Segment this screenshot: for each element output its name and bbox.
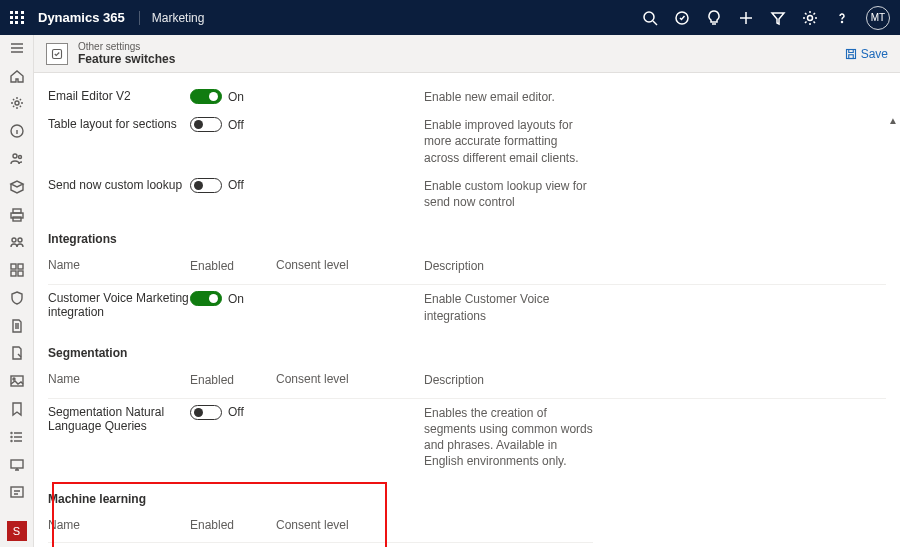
save-button[interactable]: Save — [845, 47, 888, 61]
feature-row: Smart scheduler Off (5) Profiling — [48, 543, 886, 547]
breadcrumb: Other settings — [78, 41, 175, 52]
app-launcher-icon[interactable] — [10, 11, 24, 25]
print-icon[interactable] — [8, 206, 26, 224]
svg-rect-22 — [11, 460, 23, 468]
users-icon[interactable] — [8, 233, 26, 251]
svg-rect-26 — [848, 54, 853, 58]
task-icon[interactable] — [674, 10, 690, 26]
image-icon[interactable] — [8, 372, 26, 390]
feature-desc: Enable new email editor. — [424, 89, 594, 105]
th-name: Name — [48, 518, 190, 532]
th-consent: Consent level — [276, 372, 424, 388]
toggle[interactable] — [190, 89, 222, 104]
area-label: Marketing — [139, 11, 205, 25]
svg-point-11 — [12, 238, 16, 242]
svg-point-3 — [842, 21, 843, 22]
svg-rect-16 — [18, 271, 23, 276]
document-icon[interactable] — [8, 317, 26, 335]
section-title-integrations: Integrations — [48, 216, 886, 252]
th-enabled: Enabled — [190, 372, 276, 388]
topbar: Dynamics 365 Marketing MT — [0, 0, 900, 35]
svg-point-20 — [11, 436, 12, 437]
brand-label: Dynamics 365 — [38, 10, 125, 25]
svg-point-12 — [18, 238, 22, 242]
main: Other settings Feature switches Save ▲ E… — [34, 35, 900, 547]
feature-row: Send now custom lookup Off Enable custom… — [48, 172, 886, 216]
svg-rect-23 — [11, 487, 23, 497]
th-enabled: Enabled — [190, 258, 276, 274]
sidebar: S — [0, 35, 34, 547]
section-title-segmentation: Segmentation — [48, 330, 886, 366]
lightbulb-icon[interactable] — [706, 10, 722, 26]
th-consent: Consent level — [276, 518, 424, 532]
th-enabled: Enabled — [190, 518, 276, 532]
th-desc: Description — [424, 258, 594, 274]
feature-name: Customer Voice Marketing integration — [48, 291, 190, 319]
svg-point-18 — [13, 378, 15, 380]
settings-icon[interactable] — [8, 95, 26, 113]
svg-rect-10 — [13, 217, 21, 221]
table-header: Name Enabled Consent level Description — [48, 252, 886, 284]
feature-name: Send now custom lookup — [48, 178, 190, 192]
feature-row: Customer Voice Marketing integration On … — [48, 285, 886, 329]
th-consent: Consent level — [276, 258, 424, 274]
toggle-label: Off — [228, 405, 244, 419]
feature-name: Table layout for sections — [48, 117, 190, 131]
toggle[interactable] — [190, 291, 222, 306]
toggle-label: On — [228, 90, 244, 104]
th-name: Name — [48, 258, 190, 274]
edit-doc-icon[interactable] — [8, 345, 26, 363]
text-icon[interactable] — [8, 484, 26, 502]
feature-desc: Enable custom lookup view for send now c… — [424, 178, 594, 210]
svg-rect-17 — [11, 376, 23, 386]
svg-rect-25 — [846, 49, 855, 58]
section-title-ml: Machine learning — [48, 476, 886, 512]
feature-row: Segmentation Natural Language Queries Of… — [48, 399, 886, 476]
svg-rect-14 — [18, 264, 23, 269]
svg-point-19 — [11, 432, 12, 433]
svg-point-21 — [11, 440, 12, 441]
svg-point-0 — [644, 12, 654, 22]
svg-point-7 — [18, 156, 21, 159]
feature-row: Email Editor V2 On Enable new email edit… — [48, 83, 886, 111]
table-header: Name Enabled Consent level Description — [48, 366, 886, 398]
svg-point-4 — [15, 101, 19, 105]
filter-icon[interactable] — [770, 10, 786, 26]
gear-icon[interactable] — [802, 10, 818, 26]
list-icon[interactable] — [8, 428, 26, 446]
toggle-label: Off — [228, 178, 244, 192]
search-icon[interactable] — [642, 10, 658, 26]
box-icon[interactable] — [8, 178, 26, 196]
toggle[interactable] — [190, 117, 222, 132]
feature-name: Segmentation Natural Language Queries — [48, 405, 190, 433]
svg-rect-13 — [11, 264, 16, 269]
info-icon[interactable] — [8, 122, 26, 140]
home-icon[interactable] — [8, 67, 26, 85]
help-icon[interactable] — [834, 10, 850, 26]
table-header: Name Enabled Consent level — [48, 512, 886, 542]
page-title: Feature switches — [78, 52, 175, 66]
content: ▲ Email Editor V2 On Enable new email ed… — [34, 73, 900, 547]
toggle[interactable] — [190, 178, 222, 193]
add-icon[interactable] — [738, 10, 754, 26]
shield-icon[interactable] — [8, 289, 26, 307]
feature-row: Table layout for sections Off Enable imp… — [48, 111, 886, 172]
feature-desc: Enables the creation of segments using c… — [424, 405, 594, 470]
svg-point-2 — [808, 15, 813, 20]
monitor-icon[interactable] — [8, 456, 26, 474]
scroll-up-icon[interactable]: ▲ — [888, 115, 898, 126]
topbar-actions: MT — [642, 6, 890, 30]
grid-icon[interactable] — [8, 261, 26, 279]
toggle[interactable] — [190, 405, 222, 420]
feature-desc: Enable improved layouts for more accurat… — [424, 117, 594, 166]
people-icon[interactable] — [8, 150, 26, 168]
area-tile[interactable]: S — [7, 521, 27, 541]
th-name: Name — [48, 372, 190, 388]
avatar[interactable]: MT — [866, 6, 890, 30]
svg-rect-15 — [11, 271, 16, 276]
menu-icon[interactable] — [8, 39, 26, 57]
svg-point-6 — [13, 154, 17, 158]
feature-desc: Enable Customer Voice integrations — [424, 291, 594, 323]
bookmark-icon[interactable] — [8, 400, 26, 418]
toggle-label: Off — [228, 118, 244, 132]
